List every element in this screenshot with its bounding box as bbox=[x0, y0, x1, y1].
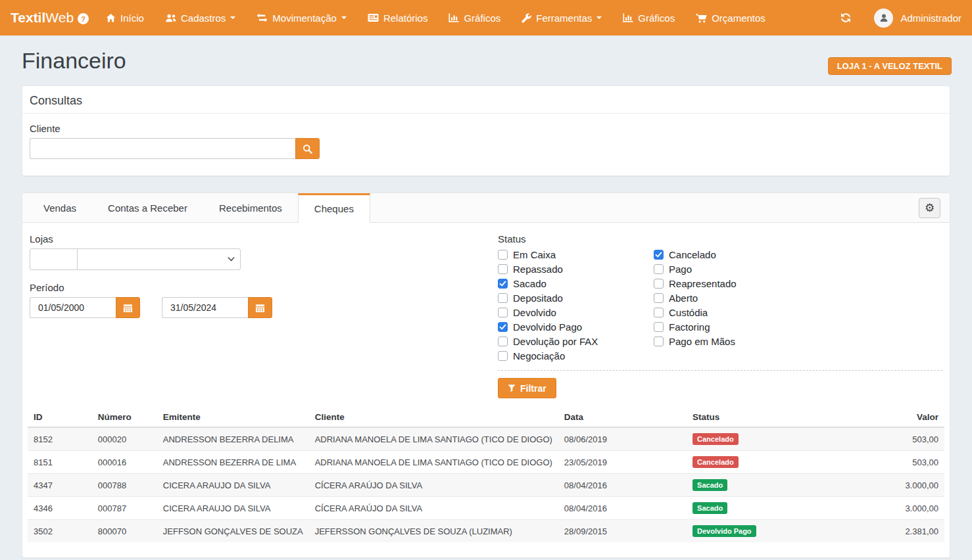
checkbox[interactable] bbox=[498, 264, 508, 274]
status-checkbox-devolvido-pago[interactable]: Devolvido Pago bbox=[498, 322, 654, 332]
nav-item-graficos-1[interactable]: Gráficos bbox=[438, 0, 511, 35]
status-checkbox-factoring[interactable]: Factoring bbox=[654, 322, 737, 332]
checkbox[interactable] bbox=[654, 322, 664, 332]
column-header-data: Data bbox=[558, 408, 687, 427]
tab-bar: Vendas Contas a Receber Recebimentos Che… bbox=[22, 193, 950, 223]
loja-select[interactable] bbox=[77, 248, 241, 270]
help-icon[interactable]: ? bbox=[78, 13, 89, 24]
checkbox[interactable] bbox=[654, 279, 664, 289]
calendar-icon bbox=[255, 303, 265, 313]
brand-logo[interactable]: TextilWeb ? bbox=[11, 10, 89, 26]
store-button[interactable]: LOJA 1 - A VELOZ TEXTIL bbox=[828, 57, 952, 75]
status-checkbox-aberto[interactable]: Aberto bbox=[654, 293, 737, 303]
tab-contas-a-receber[interactable]: Contas a Receber bbox=[92, 193, 203, 222]
cliente-search-button[interactable] bbox=[295, 138, 320, 159]
filters-left-column: Lojas Período bbox=[30, 233, 498, 398]
table-row[interactable]: 3502 800070 JEFFSON GONÇALVES DE SOUZA J… bbox=[28, 520, 944, 543]
checkbox[interactable] bbox=[654, 250, 664, 260]
table-row[interactable]: 4346 000787 CICERA ARAUJO DA SILVA CÍCER… bbox=[28, 497, 944, 520]
checkbox-label: Factoring bbox=[669, 321, 710, 333]
refresh-icon[interactable] bbox=[836, 9, 856, 27]
consultas-title: Consultas bbox=[22, 86, 950, 114]
periodo-controls bbox=[30, 297, 498, 318]
settings-button[interactable]: ⚙ bbox=[919, 198, 940, 218]
checkbox[interactable] bbox=[498, 308, 508, 317]
status-badge: Cancelado bbox=[693, 433, 739, 445]
status-checkbox-custodia[interactable]: Custódia bbox=[654, 308, 737, 317]
tab-recebimentos[interactable]: Recebimentos bbox=[203, 193, 298, 222]
cell-cliente: ADRIANA MANOELA DE LIMA SANTIAGO (TICO D… bbox=[309, 427, 558, 451]
status-checkbox-repassado[interactable]: Repassado bbox=[498, 264, 654, 274]
cell-data: 08/04/2016 bbox=[558, 497, 687, 520]
nav-item-inicio[interactable]: Início bbox=[95, 0, 155, 35]
status-checkbox-cancelado[interactable]: Cancelado bbox=[654, 250, 737, 260]
users-icon bbox=[165, 13, 176, 23]
nav-item-relatorios[interactable]: Relatórios bbox=[357, 0, 439, 35]
nav-item-orcamentos[interactable]: Orçamentos bbox=[685, 0, 776, 35]
status-checkbox-devolvido[interactable]: Devolvido bbox=[498, 308, 654, 317]
cell-cliente: JEFERSSON GONÇALVES DE SOUZA (LUZIMAR) bbox=[309, 520, 558, 543]
checkbox[interactable] bbox=[654, 293, 664, 303]
cell-valor: 2.381,00 bbox=[871, 520, 944, 543]
filtrar-button[interactable]: Filtrar bbox=[498, 378, 556, 398]
date-to-input[interactable] bbox=[162, 297, 248, 318]
status-checkbox-em-caixa[interactable]: Em Caixa bbox=[498, 250, 654, 260]
status-checkbox-depositado[interactable]: Depositado bbox=[498, 293, 654, 303]
checkbox[interactable] bbox=[498, 279, 508, 289]
cell-cliente: ADRIANA MANOELA DE LIMA SANTIAGO (TICO D… bbox=[309, 451, 558, 474]
cell-emitente: JEFFSON GONÇALVES DE SOUZA bbox=[157, 520, 309, 543]
cell-numero: 000788 bbox=[92, 474, 157, 497]
main-nav: Início Cadastros Movimentação Relatórios… bbox=[95, 0, 776, 35]
checkbox-label: Negociação bbox=[513, 350, 565, 362]
checkbox[interactable] bbox=[654, 337, 664, 346]
column-header-cliente: Cliente bbox=[309, 408, 558, 427]
chart-icon bbox=[449, 13, 459, 22]
status-checkbox-pago-em-maos[interactable]: Pago em Mãos bbox=[654, 337, 737, 346]
status-checkbox-reapresentado[interactable]: Reapresentado bbox=[654, 279, 737, 289]
checkbox[interactable] bbox=[498, 351, 508, 361]
status-checkbox-pago[interactable]: Pago bbox=[654, 264, 737, 274]
cell-id: 4346 bbox=[28, 497, 92, 520]
checkbox[interactable] bbox=[654, 264, 664, 274]
cliente-input[interactable] bbox=[30, 138, 295, 159]
tab-vendas[interactable]: Vendas bbox=[28, 193, 92, 222]
cell-emitente: CICERA ARAUJO DA SILVA bbox=[157, 474, 309, 497]
table-row[interactable]: 8151 000016 ANDRESSON BEZERRA DE LIMA AD… bbox=[28, 451, 944, 474]
checkbox[interactable] bbox=[498, 293, 508, 303]
status-checkbox-sacado[interactable]: Sacado bbox=[498, 279, 654, 289]
checkbox[interactable] bbox=[498, 322, 508, 332]
checkbox[interactable] bbox=[498, 250, 508, 260]
cell-cliente: CÍCERA ARAÚJO DA SILVA bbox=[309, 497, 558, 520]
cheques-table: ID Número Emitente Cliente Data Status V… bbox=[28, 408, 944, 542]
tab-cheques[interactable]: Cheques bbox=[298, 193, 370, 223]
checkbox-label: Devolução por FAX bbox=[513, 336, 598, 347]
cell-data: 23/05/2019 bbox=[558, 451, 687, 474]
checkbox-label: Em Caixa bbox=[513, 249, 556, 260]
date-to-calendar-button[interactable] bbox=[248, 297, 272, 318]
date-from-calendar-button[interactable] bbox=[116, 297, 140, 318]
caret-down-icon bbox=[230, 16, 235, 22]
cell-valor: 503,00 bbox=[871, 451, 944, 474]
checkbox[interactable] bbox=[498, 337, 508, 346]
table-header-row: ID Número Emitente Cliente Data Status V… bbox=[28, 408, 944, 427]
nav-item-ferramentas[interactable]: Ferramentas bbox=[511, 0, 612, 35]
loja-code-input[interactable] bbox=[30, 248, 78, 270]
nav-item-movimentacao[interactable]: Movimentação bbox=[246, 0, 357, 35]
status-checkbox-devolucao-por-fax[interactable]: Devolução por FAX bbox=[498, 337, 654, 346]
nav-item-cadastros[interactable]: Cadastros bbox=[155, 0, 246, 35]
table-row[interactable]: 8152 000020 ANDRESSON BEZERRA DELIMA ADR… bbox=[28, 427, 944, 451]
cell-numero: 000787 bbox=[92, 497, 157, 520]
user-avatar[interactable] bbox=[874, 9, 893, 28]
nav-item-graficos-2[interactable]: Gráficos bbox=[612, 0, 685, 35]
table-row[interactable]: 4347 000788 CICERA ARAUJO DA SILVA CÍCER… bbox=[28, 474, 944, 497]
exchange-icon bbox=[256, 13, 268, 22]
user-name[interactable]: Administrador bbox=[900, 12, 961, 24]
loja-select-wrap bbox=[77, 248, 241, 270]
date-from-input[interactable] bbox=[30, 297, 116, 318]
checkbox-label: Reapresentado bbox=[669, 278, 737, 289]
brand-bold: Textil bbox=[11, 10, 45, 26]
status-checkbox-negociacao[interactable]: Negociação bbox=[498, 351, 654, 361]
cell-numero: 000020 bbox=[92, 427, 157, 451]
cell-emitente: CICERA ARAUJO DA SILVA bbox=[157, 497, 309, 520]
checkbox[interactable] bbox=[654, 308, 664, 317]
